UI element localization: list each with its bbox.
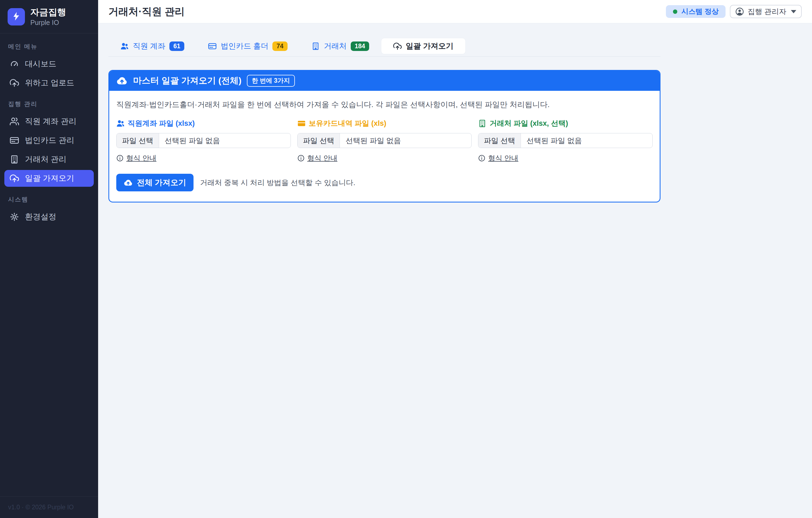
nav-section-label-main: 메인 메뉴 — [8, 42, 90, 51]
sidebar-item-label: 일괄 가져오기 — [25, 173, 74, 184]
upload-card-history: 보유카드내역 파일 (xls) 파일 선택 선택된 파일 없음 형식 안내 — [297, 118, 472, 163]
user-label: 집행 관리자 — [748, 7, 786, 17]
vendor-file-input[interactable]: 파일 선택 선택된 파일 없음 — [478, 133, 652, 148]
format-guide-link[interactable]: 형식 안내 — [478, 153, 518, 163]
status-label: 시스템 정상 — [682, 7, 719, 16]
tab-label: 법인카드 홀더 — [221, 41, 268, 51]
chevron-down-icon — [791, 10, 796, 13]
nav-section-label-system: 시스템 — [8, 196, 90, 204]
upload-employee-accounts: 직원계좌 파일 (xlsx) 파일 선택 선택된 파일 없음 형식 안내 — [116, 118, 291, 163]
count-badge: 61 — [169, 41, 184, 51]
file-placeholder: 선택된 파일 없음 — [521, 133, 588, 148]
content: 직원 계좌 61 법인카드 홀더 74 거래처 184 — [98, 23, 812, 202]
sidebar-item-bulk-import[interactable]: 일괄 가져오기 — [4, 170, 94, 187]
cloud-upload-icon — [124, 178, 133, 187]
building-icon — [10, 155, 19, 164]
credit-card-icon — [297, 119, 306, 128]
sidebar-item-label: 환경설정 — [25, 211, 56, 222]
cloud-upload-icon — [116, 75, 128, 86]
duplicate-note: 거래처 중복 시 처리 방법을 선택할 수 있습니다. — [200, 178, 355, 188]
page-title: 거래처·직원 관리 — [108, 5, 185, 19]
format-guide-link[interactable]: 형식 안내 — [297, 153, 338, 163]
app-window: 자금집행 Purple IO 메인 메뉴 대시보드 위하고 업로드 집행 관리 … — [0, 0, 812, 518]
info-icon — [478, 154, 485, 162]
sidebar-item-wehago-upload[interactable]: 위하고 업로드 — [4, 75, 94, 91]
building-icon — [311, 42, 320, 51]
tab-bulk-import[interactable]: 일괄 가져오기 — [381, 38, 466, 54]
upload-grid: 직원계좌 파일 (xlsx) 파일 선택 선택된 파일 없음 형식 안내 — [116, 118, 652, 163]
info-icon — [116, 154, 124, 162]
card-title: 마스터 일괄 가져오기 (전체) — [133, 75, 241, 87]
import-all-button[interactable]: 전체 가져오기 — [116, 174, 194, 191]
upload-label: 보유카드내역 파일 (xls) — [309, 118, 386, 128]
cloud-upload-icon — [393, 42, 402, 51]
upload-vendors: 거래처 파일 (xlsx, 선택) 파일 선택 선택된 파일 없음 형식 안내 — [478, 118, 652, 163]
sidebar-item-vendors[interactable]: 거래처 관리 — [4, 151, 94, 168]
bolt-icon — [11, 11, 21, 23]
sidebar-item-settings[interactable]: 환경설정 — [4, 208, 94, 225]
sidebar-item-corporate-cards[interactable]: 법인카드 관리 — [4, 132, 94, 149]
count-badge: 184 — [351, 41, 369, 51]
status-dot-icon — [673, 9, 677, 14]
bulk-import-card-header: 마스터 일괄 가져오기 (전체) 한 번에 3가지 — [109, 71, 660, 91]
credit-card-icon — [10, 136, 19, 145]
card-badge: 한 번에 3가지 — [247, 75, 295, 87]
sidebar-nav: 메인 메뉴 대시보드 위하고 업로드 집행 관리 직원 계좌 관리 법인카드 관… — [0, 33, 98, 496]
tab-vendors[interactable]: 거래처 184 — [299, 38, 381, 54]
format-guide-link[interactable]: 형식 안내 — [116, 153, 156, 163]
sidebar-item-label: 대시보드 — [25, 59, 56, 69]
card-actions: 전체 가져오기 거래처 중복 시 처리 방법을 선택할 수 있습니다. — [116, 174, 652, 191]
tab-label: 직원 계좌 — [133, 41, 165, 51]
sidebar-item-employee-accounts[interactable]: 직원 계좌 관리 — [4, 113, 94, 130]
card-file-input[interactable]: 파일 선택 선택된 파일 없음 — [297, 133, 472, 148]
sidebar: 자금집행 Purple IO 메인 메뉴 대시보드 위하고 업로드 집행 관리 … — [0, 0, 98, 518]
employee-file-input[interactable]: 파일 선택 선택된 파일 없음 — [116, 133, 291, 148]
sidebar-item-label: 위하고 업로드 — [25, 78, 74, 88]
file-select-button[interactable]: 파일 선택 — [117, 133, 159, 148]
building-icon — [478, 119, 487, 128]
cloud-upload-icon — [10, 174, 19, 183]
users-icon — [10, 117, 19, 126]
user-circle-icon — [735, 7, 744, 16]
bulk-import-card: 마스터 일괄 가져오기 (전체) 한 번에 3가지 직원계좌·법인카드홀더·거래… — [108, 70, 661, 202]
users-icon — [116, 119, 125, 128]
user-menu-button[interactable]: 집행 관리자 — [730, 5, 802, 18]
brand: 자금집행 Purple IO — [0, 0, 98, 33]
brand-logo — [8, 8, 25, 26]
system-status-badge: 시스템 정상 — [666, 5, 726, 18]
file-placeholder: 선택된 파일 없음 — [159, 133, 226, 148]
brand-name: 자금집행 — [30, 7, 66, 17]
file-select-button[interactable]: 파일 선택 — [478, 133, 521, 148]
sidebar-footer: v1.0 · © 2026 Purple IO — [0, 496, 98, 518]
gauge-icon — [10, 59, 19, 68]
tab-label: 거래처 — [324, 41, 347, 51]
tab-bar: 직원 계좌 61 법인카드 홀더 74 거래처 184 — [108, 38, 661, 68]
credit-card-icon — [208, 42, 216, 51]
tab-card-holders[interactable]: 법인카드 홀더 74 — [196, 38, 299, 54]
upload-label: 거래처 파일 (xlsx, 선택) — [490, 118, 568, 128]
card-description: 직원계좌·법인카드홀더·거래처 파일을 한 번에 선택하여 가져올 수 있습니다… — [116, 99, 652, 110]
sidebar-item-dashboard[interactable]: 대시보드 — [4, 56, 94, 73]
sidebar-item-label: 거래처 관리 — [25, 154, 66, 165]
tab-employee-accounts[interactable]: 직원 계좌 61 — [108, 38, 196, 54]
tab-label: 일괄 가져오기 — [406, 41, 454, 51]
brand-subtitle: Purple IO — [30, 19, 66, 27]
nav-section-label-execution: 집행 관리 — [8, 100, 90, 108]
sidebar-item-label: 법인카드 관리 — [25, 135, 74, 146]
main-area: 거래처·직원 관리 시스템 정상 집행 관리자 — [98, 0, 812, 518]
gear-icon — [10, 212, 19, 222]
info-icon — [297, 154, 304, 162]
cloud-upload-icon — [10, 78, 19, 88]
file-select-button[interactable]: 파일 선택 — [298, 133, 340, 148]
file-placeholder: 선택된 파일 없음 — [340, 133, 407, 148]
sidebar-item-label: 직원 계좌 관리 — [25, 116, 77, 127]
users-icon — [120, 42, 129, 51]
topbar: 거래처·직원 관리 시스템 정상 집행 관리자 — [98, 0, 812, 23]
count-badge: 74 — [272, 41, 288, 51]
upload-label: 직원계좌 파일 (xlsx) — [128, 118, 195, 128]
